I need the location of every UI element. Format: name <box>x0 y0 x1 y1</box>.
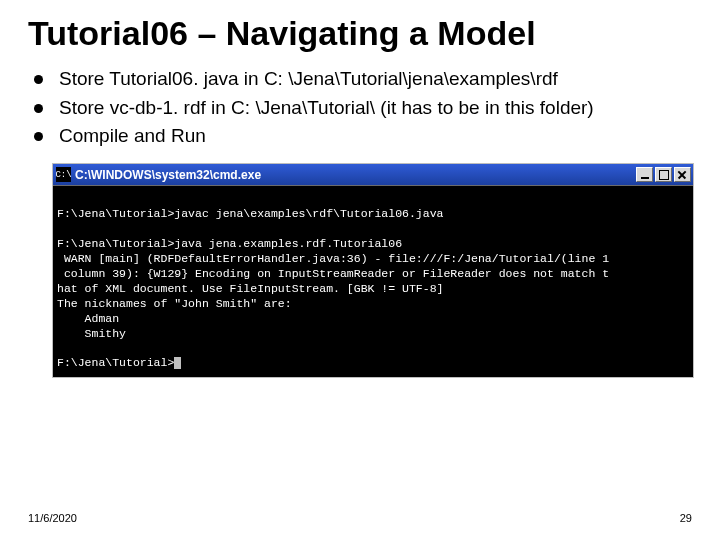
terminal-line: column 39): {W129} Encoding on InputStre… <box>57 267 609 280</box>
maximize-button[interactable] <box>655 167 672 182</box>
list-item: Store vc-db-1. rdf in C: \Jena\Tutorial\… <box>34 96 692 121</box>
footer-page: 29 <box>680 512 692 524</box>
slide-footer: 11/6/2020 29 <box>28 512 692 524</box>
footer-date: 11/6/2020 <box>28 512 77 524</box>
cursor-icon <box>174 357 181 369</box>
minimize-button[interactable] <box>636 167 653 182</box>
bullet-dot-icon <box>34 132 43 141</box>
terminal-title: C:\WINDOWS\system32\cmd.exe <box>75 168 636 182</box>
bullet-text: Store vc-db-1. rdf in C: \Jena\Tutorial\… <box>59 96 594 121</box>
window-controls <box>636 167 691 182</box>
slide: Tutorial06 – Navigating a Model Store Tu… <box>0 0 720 540</box>
list-item: Compile and Run <box>34 124 692 149</box>
terminal-line: Smithy <box>57 327 126 340</box>
terminal-titlebar: C:\ C:\WINDOWS\system32\cmd.exe <box>53 164 693 186</box>
terminal-line: F:\Jena\Tutorial>javac jena\examples\rdf… <box>57 207 443 220</box>
terminal-line: WARN [main] (RDFDefaultErrorHandler.java… <box>57 252 609 265</box>
terminal-line: The nicknames of "John Smith" are: <box>57 297 292 310</box>
terminal-line: Adman <box>57 312 119 325</box>
terminal-line: F:\Jena\Tutorial> <box>57 356 174 369</box>
terminal-line: F:\Jena\Tutorial>java jena.examples.rdf.… <box>57 237 402 250</box>
terminal-window: C:\ C:\WINDOWS\system32\cmd.exe F:\Jena\… <box>52 163 694 378</box>
bullet-list: Store Tutorial06. java in C: \Jena\Tutor… <box>34 67 692 149</box>
bullet-dot-icon <box>34 75 43 84</box>
terminal-line: hat of XML document. Use FileInputStream… <box>57 282 443 295</box>
bullet-text: Store Tutorial06. java in C: \Jena\Tutor… <box>59 67 558 92</box>
page-title: Tutorial06 – Navigating a Model <box>28 14 692 53</box>
list-item: Store Tutorial06. java in C: \Jena\Tutor… <box>34 67 692 92</box>
bullet-dot-icon <box>34 104 43 113</box>
bullet-text: Compile and Run <box>59 124 206 149</box>
close-button[interactable] <box>674 167 691 182</box>
terminal-output: F:\Jena\Tutorial>javac jena\examples\rdf… <box>53 186 693 377</box>
cmd-icon: C:\ <box>56 167 71 182</box>
